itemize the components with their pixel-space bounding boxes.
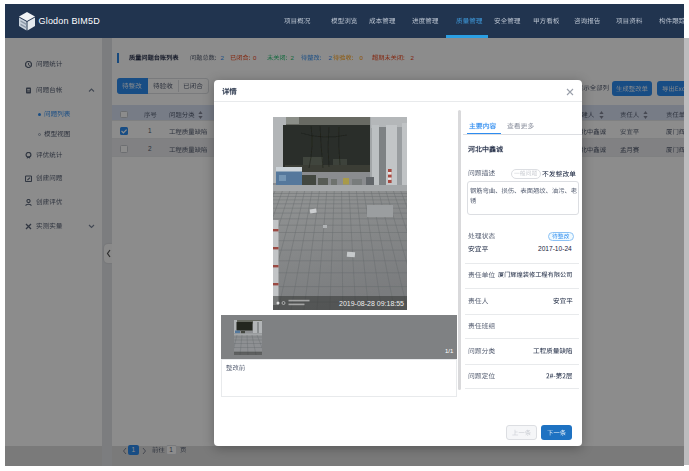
svg-text:2019-08-28 09:18:55: 2019-08-28 09:18:55 xyxy=(339,300,404,307)
